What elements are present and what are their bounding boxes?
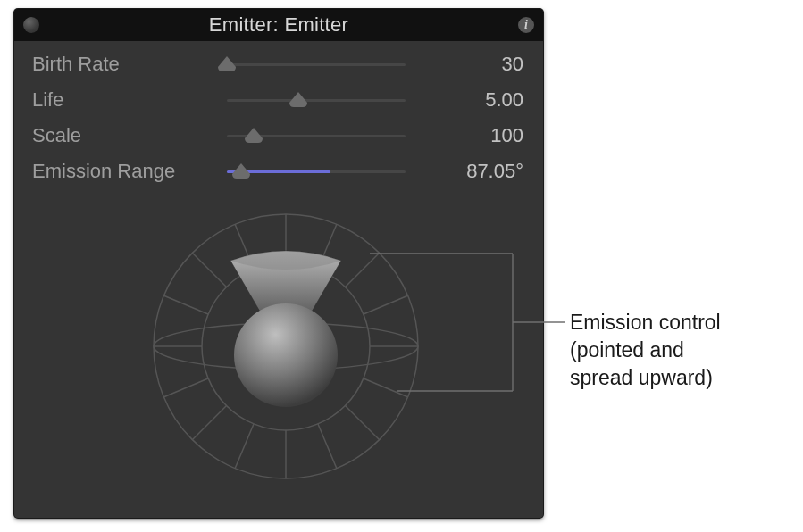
row-birth-rate: Birth Rate 30: [14, 46, 543, 82]
callout-bracket-icon: [370, 248, 570, 400]
panel-header: Emitter: Emitter i: [14, 9, 543, 41]
slider-thumb-icon[interactable]: [245, 128, 263, 143]
callout-text: Emission control (pointed and spread upw…: [570, 309, 793, 392]
svg-line-12: [318, 424, 337, 469]
callout-line1: Emission control: [570, 311, 721, 334]
life-label: Life: [32, 88, 227, 112]
panel-status-dot-icon: [23, 17, 39, 33]
svg-line-15: [163, 378, 208, 397]
svg-line-17: [192, 253, 227, 287]
slider-thumb-icon[interactable]: [289, 92, 307, 107]
row-scale: Scale 100: [14, 118, 543, 154]
row-life: Life 5.00: [14, 82, 543, 118]
svg-line-16: [163, 295, 208, 314]
svg-line-11: [345, 405, 380, 440]
scale-slider[interactable]: [227, 125, 406, 146]
svg-line-13: [235, 424, 254, 469]
birth-rate-label: Birth Rate: [32, 53, 227, 76]
info-icon[interactable]: i: [518, 17, 534, 33]
svg-point-19: [234, 303, 338, 407]
parameter-rows: Birth Rate 30 Life: [14, 41, 543, 189]
birth-rate-slider[interactable]: [227, 54, 406, 75]
callout-line2: (pointed and: [570, 338, 684, 362]
slider-thumb-icon[interactable]: [232, 163, 250, 179]
emission-range-slider[interactable]: [227, 161, 406, 182]
scale-label: Scale: [32, 124, 227, 147]
life-slider[interactable]: [227, 89, 406, 111]
birth-rate-value[interactable]: 30: [406, 53, 523, 76]
life-value[interactable]: 5.00: [406, 88, 523, 112]
panel-title: Emitter: Emitter: [209, 13, 348, 37]
scale-value[interactable]: 100: [406, 124, 523, 147]
svg-line-14: [192, 405, 227, 440]
slider-thumb-icon[interactable]: [218, 56, 236, 71]
row-emission-range: Emission Range 87.05°: [14, 154, 543, 189]
emission-range-label: Emission Range: [32, 160, 227, 183]
slider-track: [227, 99, 406, 102]
slider-track: [227, 63, 406, 66]
emission-range-value[interactable]: 87.05°: [406, 160, 523, 183]
callout-line3: spread upward): [570, 366, 713, 389]
